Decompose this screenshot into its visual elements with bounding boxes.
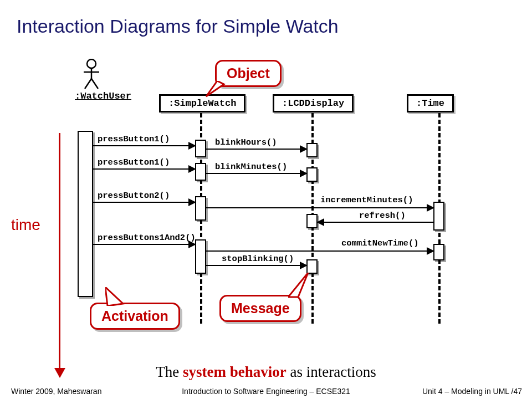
message-label: blinkMinutes() bbox=[215, 162, 287, 172]
stickperson-icon bbox=[81, 59, 101, 90]
callout-tail-icon bbox=[105, 287, 127, 306]
activation-bar bbox=[195, 196, 206, 221]
message-label: incrementMinutes() bbox=[320, 195, 413, 205]
callout-message: Message bbox=[219, 295, 301, 322]
footer-right: Unit 4 – Modeling in UML /47 bbox=[422, 387, 522, 396]
actor-watchuser: :WatchUser bbox=[75, 59, 108, 101]
time-axis-arrow bbox=[59, 133, 60, 377]
activation-bar bbox=[306, 259, 318, 274]
activation-bar bbox=[433, 244, 444, 260]
caption-highlight: system behavior bbox=[183, 364, 287, 380]
activation-bar bbox=[195, 140, 206, 157]
message-arrow bbox=[93, 145, 195, 146]
message-arrow bbox=[206, 149, 306, 150]
activation-bar bbox=[195, 239, 206, 274]
svg-marker-7 bbox=[288, 273, 308, 297]
caption-post: as interactions bbox=[287, 364, 376, 380]
svg-marker-6 bbox=[105, 287, 123, 306]
callout-tail-icon bbox=[205, 81, 227, 98]
callout-activation: Activation bbox=[90, 303, 180, 330]
message-arrow bbox=[206, 250, 433, 252]
activation-bar bbox=[78, 131, 93, 297]
message-arrow bbox=[206, 173, 306, 174]
lifeline-simplewatch: :SimpleWatch bbox=[159, 94, 245, 112]
callout-tail-icon bbox=[288, 273, 313, 298]
message-arrow bbox=[93, 244, 195, 245]
activation-bar bbox=[195, 163, 206, 181]
message-arrow bbox=[93, 168, 195, 170]
activation-bar bbox=[306, 167, 318, 182]
message-arrow bbox=[206, 265, 306, 266]
svg-line-4 bbox=[91, 79, 98, 89]
lifeline-lcddisplay: :LCDDisplay bbox=[273, 94, 354, 112]
time-axis-label: time bbox=[11, 216, 40, 234]
message-arrow bbox=[206, 207, 433, 208]
activation-bar bbox=[433, 202, 444, 231]
message-arrow bbox=[93, 202, 195, 203]
svg-marker-5 bbox=[206, 81, 224, 96]
svg-line-3 bbox=[85, 79, 91, 89]
message-arrow bbox=[318, 222, 433, 223]
message-label: refresh() bbox=[359, 211, 406, 221]
activation-bar bbox=[306, 214, 318, 228]
message-label: pressButton2() bbox=[98, 191, 170, 201]
message-label: pressButtons1And2() bbox=[98, 233, 196, 243]
activation-bar bbox=[306, 143, 318, 157]
message-label: commitNewTime() bbox=[341, 238, 419, 248]
message-label: blinkHours() bbox=[215, 137, 277, 147]
message-label: pressButton1() bbox=[98, 157, 170, 167]
svg-point-0 bbox=[87, 59, 96, 68]
actor-label: :WatchUser bbox=[75, 91, 108, 101]
slide-title: Interaction Diagrams for Simple Watch bbox=[17, 16, 339, 37]
message-label: stopBlinking() bbox=[222, 254, 294, 264]
diagram-caption: The system behavior as interactions bbox=[0, 364, 532, 381]
caption-pre: The bbox=[156, 364, 183, 380]
message-label: pressButton1() bbox=[98, 134, 170, 144]
sequence-diagram: :WatchUser :SimpleWatch :LCDDisplay :Tim… bbox=[0, 44, 532, 366]
lifeline-time: :Time bbox=[407, 94, 454, 112]
